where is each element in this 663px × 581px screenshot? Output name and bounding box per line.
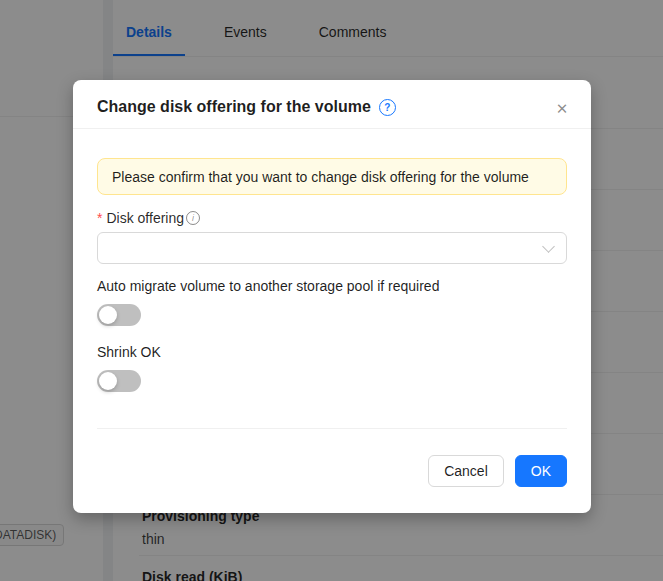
ok-button[interactable]: OK xyxy=(515,455,567,487)
toggle-knob xyxy=(99,372,117,390)
close-icon: ✕ xyxy=(556,100,569,118)
info-circle-icon: i xyxy=(186,211,200,225)
modal-body: Please confirm that you want to change d… xyxy=(73,158,591,396)
alert-message: Please confirm that you want to change d… xyxy=(112,169,529,185)
volume-detail-page: DATADISK) Details Events Comments xyxy=(0,0,663,581)
auto-migrate-toggle[interactable] xyxy=(97,304,141,326)
modal-footer: Cancel OK xyxy=(97,428,567,487)
close-button[interactable]: ✕ xyxy=(551,98,573,120)
modal-title: Change disk offering for the volume xyxy=(97,98,371,116)
shrink-ok-label: Shrink OK xyxy=(97,344,567,360)
change-disk-offering-modal: Change disk offering for the volume ? ✕ … xyxy=(73,80,591,513)
modal-header: Change disk offering for the volume ? xyxy=(73,80,591,129)
confirm-alert: Please confirm that you want to change d… xyxy=(97,158,567,195)
chevron-down-icon xyxy=(542,240,555,253)
auto-migrate-label: Auto migrate volume to another storage p… xyxy=(97,278,567,294)
required-asterisk: * xyxy=(97,210,102,226)
toggle-knob xyxy=(99,306,117,324)
shrink-ok-toggle[interactable] xyxy=(97,370,141,392)
disk-offering-label-text: Disk offering xyxy=(106,210,184,226)
question-circle-icon[interactable]: ? xyxy=(379,99,396,116)
disk-offering-select[interactable] xyxy=(97,232,567,264)
disk-offering-field-label: * Disk offering i xyxy=(97,210,567,226)
cancel-button[interactable]: Cancel xyxy=(428,455,504,487)
